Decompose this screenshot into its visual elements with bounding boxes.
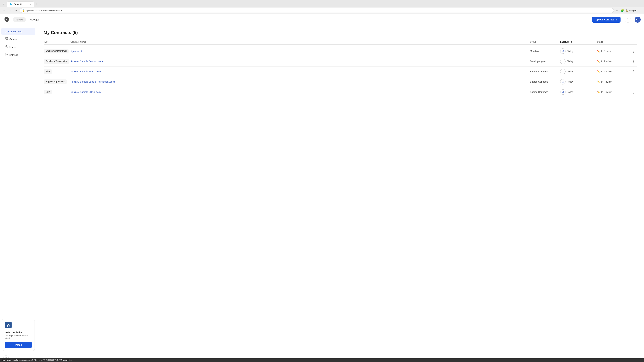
last-edited-cell: LD Today <box>560 59 597 64</box>
table-header: Type Contract Name Group Last Edited ↑ S… <box>44 39 637 45</box>
type-badge: Employment Contract <box>44 49 68 53</box>
bookmark-btn[interactable]: ☆ <box>615 8 619 13</box>
incognito-label: Incognito <box>629 9 637 12</box>
stage-cell: ✏️ In Review <box>597 91 630 93</box>
more-actions-button[interactable]: ⋮ <box>630 48 636 54</box>
address-bar-row: ← → ⟳ 🔒 ☆ 🧩 🕵 Incognito ⋮ <box>0 7 644 14</box>
contract-name-link[interactable]: Robin AI Sample Supplier Agreement.docx <box>70 80 115 83</box>
contract-name-link[interactable]: Robin AI Sample NDA 2.docx <box>70 91 101 93</box>
contract-name-link[interactable]: Agreement <box>70 50 82 52</box>
upload-icon: ⇧ <box>615 18 617 21</box>
contract-type-cell: Supplier Agreement <box>44 79 70 84</box>
contract-type-cell: Employment Contract <box>44 49 70 53</box>
contract-name-link[interactable]: Robin AI Sample NDA 1.docx <box>70 70 101 73</box>
more-actions-button[interactable]: ⋮ <box>630 59 636 64</box>
tab-back-btn[interactable]: ▼ <box>1 2 6 6</box>
back-button[interactable]: ← <box>2 8 7 13</box>
contract-group-cell: Shared Contracts <box>530 70 560 73</box>
stage-label: In Review <box>601 70 612 73</box>
home-icon: ⌂ <box>5 30 6 33</box>
more-actions-button[interactable]: ⋮ <box>630 79 636 84</box>
table-row: Supplier Agreement Robin AI Sample Suppl… <box>44 77 637 87</box>
stage-label: In Review <box>601 50 612 52</box>
svg-rect-2 <box>5 39 6 40</box>
pencil-icon: ✏️ <box>597 70 600 73</box>
sidebar-label-users: Users <box>10 46 16 48</box>
browser-actions: ☆ 🧩 🕵 Incognito ⋮ <box>615 8 642 13</box>
editor-avatar: LD <box>560 79 566 84</box>
editor-avatar: LD <box>560 69 566 74</box>
settings-icon <box>5 53 8 57</box>
svg-text:W: W <box>6 323 10 328</box>
row-actions: ⋮ <box>630 59 637 64</box>
row-actions: ⋮ <box>630 89 637 95</box>
stage-label: In Review <box>601 60 612 63</box>
svg-rect-3 <box>6 39 8 40</box>
upload-contract-button[interactable]: Upload Contract ⇧ <box>592 16 620 23</box>
edited-date: Today <box>567 91 574 93</box>
user-avatar-button[interactable]: LD <box>634 16 641 23</box>
contract-name-link[interactable]: Robin AI Sample Contract.docx <box>70 60 103 63</box>
incognito-btn[interactable]: 🕵 Incognito <box>626 9 637 12</box>
more-actions-button[interactable]: ⋮ <box>630 69 636 74</box>
contract-name-cell: Agreement <box>70 50 530 52</box>
browser-chrome: ▼ 🐦 Robin AI × + ← → ⟳ 🔒 ☆ 🧩 🕵 Incognito… <box>0 0 644 14</box>
contract-type-cell: NDA <box>44 69 70 74</box>
pencil-icon: ✏️ <box>597 91 600 93</box>
more-actions-button[interactable]: ⋮ <box>630 89 636 95</box>
sort-icon: ↑ <box>572 40 574 43</box>
upload-label: Upload Contract <box>596 18 614 21</box>
table-row: NDA Robin AI Sample NDA 1.docx Shared Co… <box>44 66 637 77</box>
col-last-edited[interactable]: Last Edited ↑ <box>560 40 597 43</box>
contract-group-cell: Shared Contracts <box>530 80 560 83</box>
last-edited-cell: LD Today <box>560 89 597 95</box>
col-stage: Stage <box>597 40 630 43</box>
type-badge: Articles of Association <box>44 59 70 64</box>
row-actions: ⋮ <box>630 69 637 74</box>
app-logo <box>3 16 10 23</box>
menu-btn[interactable]: ⋮ <box>638 8 642 13</box>
install-button[interactable]: Install <box>5 342 32 348</box>
table-row: NDA Robin AI Sample NDA 2.docx Shared Co… <box>44 87 637 97</box>
install-card-title: Install the Add-in <box>5 331 32 334</box>
sidebar-item-settings[interactable]: Settings <box>1 51 36 58</box>
url-input[interactable] <box>26 9 611 12</box>
contracts-list: Employment Contract Agreement Moodjoy LD… <box>44 46 637 97</box>
sidebar: ⌂ Contract Hub Groups Users <box>0 25 37 362</box>
install-addon-card: W Install the Add-in Get Reports within … <box>2 319 35 351</box>
type-badge: Supplier Agreement <box>44 79 67 84</box>
forward-button[interactable]: → <box>8 8 13 13</box>
address-bar[interactable]: 🔒 <box>20 8 614 13</box>
sidebar-item-groups[interactable]: Groups <box>1 35 36 43</box>
svg-rect-0 <box>5 37 6 38</box>
page-title: My Contracts (5) <box>44 30 637 35</box>
stage-cell: ✏️ In Review <box>597 80 630 83</box>
install-card-description: Get Reports within Microsoft Word! <box>5 334 32 340</box>
edited-date: Today <box>567 70 574 73</box>
contract-group-cell: Shared Contracts <box>530 91 560 93</box>
new-tab-button[interactable]: + <box>34 2 39 6</box>
lock-icon: 🔒 <box>22 9 25 12</box>
editor-avatar: LD <box>560 59 566 64</box>
sidebar-item-users[interactable]: Users <box>1 43 36 51</box>
editor-avatar: LD <box>560 89 566 95</box>
browser-tab-robin-ai[interactable]: 🐦 Robin AI × <box>7 1 34 7</box>
help-button[interactable]: ? <box>625 16 631 23</box>
group-name: Shared Contracts <box>530 70 548 73</box>
table-row: Employment Contract Agreement Moodjoy LD… <box>44 46 637 56</box>
type-badge: NDA <box>44 69 52 74</box>
groups-icon <box>5 37 8 41</box>
review-badge: Review <box>13 17 26 22</box>
pencil-icon: ✏️ <box>597 60 600 63</box>
extensions-btn[interactable]: 🧩 <box>620 8 624 13</box>
sidebar-item-contract-hub[interactable]: ⌂ Contract Hub <box>1 28 36 35</box>
status-bar: app.robinai.co.uk/review/contract/Q29udH… <box>0 358 644 362</box>
tab-close-btn[interactable]: × <box>30 3 31 5</box>
contract-name-cell: Robin AI Sample Supplier Agreement.docx <box>70 80 530 83</box>
reload-button[interactable]: ⟳ <box>14 8 18 13</box>
editor-avatar: LD <box>560 48 566 54</box>
type-badge: NDA <box>44 90 52 94</box>
word-icon: W <box>5 322 32 330</box>
sidebar-label-groups: Groups <box>10 38 17 40</box>
contract-type-cell: Articles of Association <box>44 59 70 64</box>
